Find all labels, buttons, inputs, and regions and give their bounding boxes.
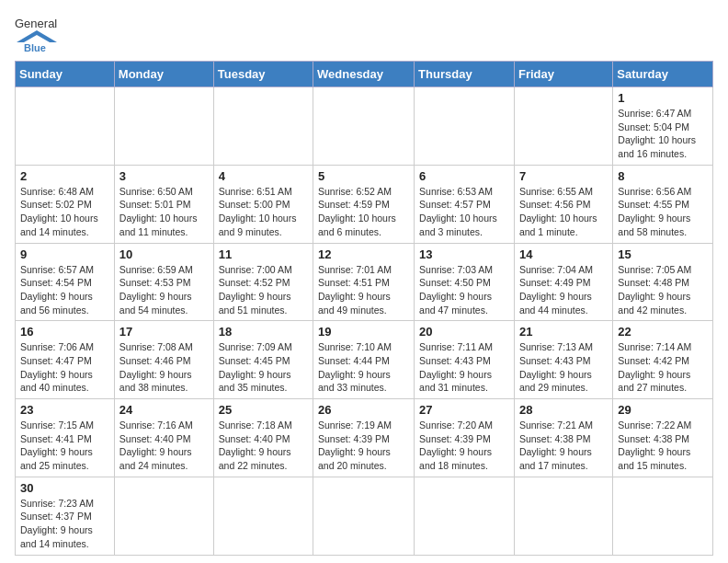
day-info: Sunrise: 7:22 AM Sunset: 4:38 PM Dayligh… [618,419,708,473]
day-info: Sunrise: 7:13 AM Sunset: 4:43 PM Dayligh… [519,340,608,395]
weekday-header-monday: Monday [114,62,213,87]
logo-svg: General Blue [15,15,59,53]
day-number: 27 [419,403,509,417]
day-cell: 10Sunrise: 6:59 AM Sunset: 4:53 PM Dayli… [114,243,213,321]
day-cell: 29Sunrise: 7:22 AM Sunset: 4:38 PM Dayli… [613,399,713,477]
day-cell: 30Sunrise: 7:23 AM Sunset: 4:37 PM Dayli… [16,477,115,555]
day-number: 2 [20,169,109,183]
day-number: 21 [519,325,608,339]
day-info: Sunrise: 7:01 AM Sunset: 4:51 PM Dayligh… [318,263,409,317]
day-number: 20 [419,325,509,339]
day-number: 10 [119,247,209,261]
day-number: 28 [519,403,608,417]
weekday-header-saturday: Saturday [613,62,713,87]
day-number: 23 [20,403,109,417]
day-info: Sunrise: 7:11 AM Sunset: 4:43 PM Dayligh… [419,340,509,395]
day-number: 5 [318,169,409,183]
day-number: 14 [519,247,608,261]
day-cell: 13Sunrise: 7:03 AM Sunset: 4:50 PM Dayli… [415,243,515,321]
day-info: Sunrise: 7:18 AM Sunset: 4:40 PM Dayligh… [219,419,308,473]
day-cell [213,477,313,555]
day-number: 1 [618,91,708,105]
day-number: 19 [318,325,409,339]
weekday-header-tuesday: Tuesday [213,62,313,87]
day-cell: 1Sunrise: 6:47 AM Sunset: 5:04 PM Daylig… [613,87,713,166]
day-cell: 5Sunrise: 6:52 AM Sunset: 4:59 PM Daylig… [313,165,415,243]
day-info: Sunrise: 6:47 AM Sunset: 5:04 PM Dayligh… [618,107,708,161]
logo: General Blue [15,15,59,53]
day-number: 6 [419,169,509,183]
day-info: Sunrise: 7:05 AM Sunset: 4:48 PM Dayligh… [618,263,708,317]
day-info: Sunrise: 6:48 AM Sunset: 5:02 PM Dayligh… [20,185,109,239]
day-cell: 25Sunrise: 7:18 AM Sunset: 4:40 PM Dayli… [213,399,313,477]
day-number: 16 [20,325,109,339]
day-number: 3 [119,169,209,183]
weekday-header-sunday: Sunday [16,62,115,87]
weekday-header-friday: Friday [514,62,612,87]
day-cell: 9Sunrise: 6:57 AM Sunset: 4:54 PM Daylig… [16,243,115,321]
day-cell [613,477,713,555]
day-number: 15 [618,247,708,261]
day-info: Sunrise: 7:00 AM Sunset: 4:52 PM Dayligh… [219,263,308,317]
day-number: 9 [20,247,109,261]
day-info: Sunrise: 7:09 AM Sunset: 4:45 PM Dayligh… [219,340,308,395]
svg-marker-1 [17,30,57,42]
day-cell: 16Sunrise: 7:06 AM Sunset: 4:47 PM Dayli… [16,321,115,399]
day-number: 25 [219,403,308,417]
day-cell: 24Sunrise: 7:16 AM Sunset: 4:40 PM Dayli… [114,399,213,477]
day-cell: 15Sunrise: 7:05 AM Sunset: 4:48 PM Dayli… [613,243,713,321]
day-number: 7 [519,169,608,183]
day-number: 26 [318,403,409,417]
day-info: Sunrise: 7:10 AM Sunset: 4:44 PM Dayligh… [318,340,409,395]
day-cell: 7Sunrise: 6:55 AM Sunset: 4:56 PM Daylig… [514,165,612,243]
day-cell: 12Sunrise: 7:01 AM Sunset: 4:51 PM Dayli… [313,243,415,321]
weekday-header-thursday: Thursday [415,62,515,87]
day-info: Sunrise: 6:53 AM Sunset: 4:57 PM Dayligh… [419,185,509,239]
day-cell [415,477,515,555]
day-number: 29 [618,403,708,417]
day-cell: 11Sunrise: 7:00 AM Sunset: 4:52 PM Dayli… [213,243,313,321]
week-row-4: 16Sunrise: 7:06 AM Sunset: 4:47 PM Dayli… [16,321,713,399]
day-info: Sunrise: 7:23 AM Sunset: 4:37 PM Dayligh… [20,497,109,551]
week-row-6: 30Sunrise: 7:23 AM Sunset: 4:37 PM Dayli… [16,477,713,555]
day-cell [415,87,515,166]
day-cell: 18Sunrise: 7:09 AM Sunset: 4:45 PM Dayli… [213,321,313,399]
day-info: Sunrise: 7:04 AM Sunset: 4:49 PM Dayligh… [519,263,608,317]
day-number: 12 [318,247,409,261]
week-row-2: 2Sunrise: 6:48 AM Sunset: 5:02 PM Daylig… [16,165,713,243]
day-info: Sunrise: 7:03 AM Sunset: 4:50 PM Dayligh… [419,263,509,317]
day-cell [313,87,415,166]
calendar-table: SundayMondayTuesdayWednesdayThursdayFrid… [15,61,713,556]
day-info: Sunrise: 7:06 AM Sunset: 4:47 PM Dayligh… [20,340,109,395]
day-cell: 21Sunrise: 7:13 AM Sunset: 4:43 PM Dayli… [514,321,612,399]
day-cell: 22Sunrise: 7:14 AM Sunset: 4:42 PM Dayli… [613,321,713,399]
day-cell [313,477,415,555]
day-cell: 8Sunrise: 6:56 AM Sunset: 4:55 PM Daylig… [613,165,713,243]
day-number: 22 [618,325,708,339]
day-info: Sunrise: 7:20 AM Sunset: 4:39 PM Dayligh… [419,419,509,473]
day-number: 24 [119,403,209,417]
week-row-5: 23Sunrise: 7:15 AM Sunset: 4:41 PM Dayli… [16,399,713,477]
day-info: Sunrise: 6:59 AM Sunset: 4:53 PM Dayligh… [119,263,209,317]
day-info: Sunrise: 6:50 AM Sunset: 5:01 PM Dayligh… [119,185,209,239]
day-cell: 27Sunrise: 7:20 AM Sunset: 4:39 PM Dayli… [415,399,515,477]
day-cell [514,87,612,166]
day-cell: 6Sunrise: 6:53 AM Sunset: 4:57 PM Daylig… [415,165,515,243]
svg-text:Blue: Blue [24,42,46,53]
day-cell: 19Sunrise: 7:10 AM Sunset: 4:44 PM Dayli… [313,321,415,399]
day-cell [213,87,313,166]
day-cell: 28Sunrise: 7:21 AM Sunset: 4:38 PM Dayli… [514,399,612,477]
week-row-1: 1Sunrise: 6:47 AM Sunset: 5:04 PM Daylig… [16,87,713,166]
day-cell: 4Sunrise: 6:51 AM Sunset: 5:00 PM Daylig… [213,165,313,243]
day-cell [114,477,213,555]
day-number: 8 [618,169,708,183]
day-info: Sunrise: 7:15 AM Sunset: 4:41 PM Dayligh… [20,419,109,473]
day-cell [16,87,115,166]
day-cell: 3Sunrise: 6:50 AM Sunset: 5:01 PM Daylig… [114,165,213,243]
day-info: Sunrise: 7:16 AM Sunset: 4:40 PM Dayligh… [119,419,209,473]
day-cell [114,87,213,166]
day-cell: 17Sunrise: 7:08 AM Sunset: 4:46 PM Dayli… [114,321,213,399]
day-info: Sunrise: 6:51 AM Sunset: 5:00 PM Dayligh… [219,185,308,239]
week-row-3: 9Sunrise: 6:57 AM Sunset: 4:54 PM Daylig… [16,243,713,321]
day-cell: 26Sunrise: 7:19 AM Sunset: 4:39 PM Dayli… [313,399,415,477]
